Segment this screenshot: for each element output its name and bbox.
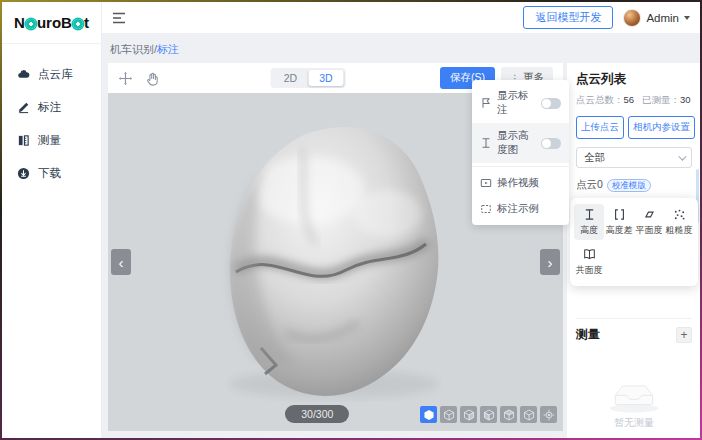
viewcube-front-button[interactable] xyxy=(440,406,457,423)
viewcube-top-button[interactable] xyxy=(500,406,517,423)
image-counter: 30/300 xyxy=(285,405,349,423)
hand-tool-icon[interactable] xyxy=(145,71,160,86)
pen-icon xyxy=(17,101,30,114)
flag-icon xyxy=(480,97,492,109)
view-2d-button[interactable]: 2D xyxy=(273,70,308,86)
filter-select[interactable]: 全部 xyxy=(576,147,692,168)
breadcrumb-parent[interactable]: 机车识别 xyxy=(110,43,154,55)
avatar xyxy=(623,9,641,27)
collapse-menu-icon[interactable] xyxy=(112,12,126,24)
cloud-icon xyxy=(17,68,30,81)
pan-tool-icon[interactable] xyxy=(118,71,133,86)
measure-title: 测量 xyxy=(576,326,600,343)
gear-icon xyxy=(73,19,83,29)
chevron-right-icon: › xyxy=(548,254,553,271)
ruler-icon xyxy=(17,134,30,147)
viewcube-bottom-button[interactable] xyxy=(520,406,537,423)
stat-measured: 已测量：30 xyxy=(642,94,691,107)
sidebar-item-annotate[interactable]: 标注 xyxy=(2,91,101,124)
stat-total: 点云总数：56 xyxy=(576,94,634,107)
sidebar-item-label: 下载 xyxy=(38,166,61,181)
tool-coplanarity[interactable]: 共面度 xyxy=(574,244,604,280)
view-orientation-buttons xyxy=(420,406,557,423)
prev-image-button[interactable]: ‹ xyxy=(111,249,131,275)
measure-tools-popup: 高度 高度差 平面度 粗糙度 共面度 xyxy=(570,198,698,286)
flatness-tool-icon xyxy=(643,208,656,221)
back-to-model-dev-button[interactable]: 返回模型开发 xyxy=(523,6,613,29)
sidebar-item-download[interactable]: 下载 xyxy=(2,157,101,190)
sidebar-nav: 点云库 标注 测量 下载 xyxy=(2,44,101,190)
app-logo: NuroBt xyxy=(2,2,101,44)
chevron-left-icon: ‹ xyxy=(119,254,124,271)
sidebar-item-measure[interactable]: 测量 xyxy=(2,124,101,157)
top-header: 返回模型开发 Admin xyxy=(102,2,700,34)
viewcube-left-button[interactable] xyxy=(480,406,497,423)
menu-item-show-annotation[interactable]: 显示标注 xyxy=(472,83,569,123)
tool-roughness[interactable]: 粗糙度 xyxy=(664,204,694,240)
height-diff-tool-icon xyxy=(613,208,626,221)
sidebar: NuroBt 点云库 标注 测量 下载 xyxy=(2,2,102,438)
panel-buttons: 上传点云 相机内参设置 xyxy=(576,116,692,139)
tooth-3d-mesh xyxy=(206,122,456,402)
header-right-group: 返回模型开发 Admin xyxy=(523,6,690,29)
breadcrumb-current: 标注 xyxy=(157,43,179,55)
add-measure-button[interactable]: + xyxy=(676,327,692,343)
filter-value: 全部 xyxy=(584,151,605,165)
menu-item-label: 显示高度图 xyxy=(497,129,536,157)
gear-icon xyxy=(26,19,36,29)
height-icon xyxy=(480,137,492,149)
tool-height-difference[interactable]: 高度差 xyxy=(604,204,634,240)
roughness-tool-icon xyxy=(673,208,686,221)
tool-label: 粗糙度 xyxy=(666,224,693,237)
menu-item-label: 显示标注 xyxy=(497,89,536,117)
tool-label: 高度差 xyxy=(606,224,633,237)
tool-label: 高度 xyxy=(580,224,598,237)
tool-flatness[interactable]: 平面度 xyxy=(634,204,664,240)
tool-height[interactable]: 高度 xyxy=(574,204,604,240)
empty-tray-icon xyxy=(605,372,663,414)
sidebar-item-label: 标注 xyxy=(38,100,61,115)
measure-section-header: 测量 + xyxy=(576,318,692,343)
tool-label: 共面度 xyxy=(576,264,603,277)
logo-text: N xyxy=(14,14,25,31)
menu-item-annotation-example[interactable]: 标注示例 xyxy=(472,196,569,222)
download-icon xyxy=(17,167,30,180)
logo-text: uroB xyxy=(37,14,72,31)
panel-title: 点云列表 xyxy=(576,71,692,88)
menu-item-label: 操作视频 xyxy=(497,176,539,190)
show-heightmap-toggle[interactable] xyxy=(541,138,561,149)
camera-params-button[interactable]: 相机内参设置 xyxy=(628,116,695,139)
menu-item-tutorial-video[interactable]: 操作视频 xyxy=(472,170,569,196)
panel-stats: 点云总数：56 已测量：30 xyxy=(576,94,692,107)
view-3d-button[interactable]: 3D xyxy=(308,70,343,86)
empty-text: 暂无测量 xyxy=(614,416,654,430)
more-dropdown-menu: 显示标注 显示高度图 操作视频 标注示例 xyxy=(472,80,569,225)
upload-pointcloud-button[interactable]: 上传点云 xyxy=(576,116,624,139)
template-badge: 校准模版 xyxy=(607,179,651,192)
height-tool-icon xyxy=(583,208,596,221)
breadcrumb: 机车识别/标注 xyxy=(102,34,700,63)
next-image-button[interactable]: › xyxy=(540,249,560,275)
sidebar-item-label: 测量 xyxy=(38,133,61,148)
group-name: 点云0 xyxy=(576,178,603,192)
show-annotation-toggle[interactable] xyxy=(541,98,561,109)
video-icon xyxy=(480,177,492,189)
menu-item-label: 标注示例 xyxy=(497,202,539,216)
menu-item-show-heightmap[interactable]: 显示高度图 xyxy=(472,123,569,163)
tool-label: 平面度 xyxy=(636,224,663,237)
empty-state: 暂无测量 xyxy=(576,372,692,438)
view-mode-segmented: 2D 3D xyxy=(271,68,346,88)
sidebar-item-pointcloud-library[interactable]: 点云库 xyxy=(2,58,101,91)
caret-down-icon xyxy=(684,16,690,20)
username: Admin xyxy=(646,12,679,24)
account-menu[interactable]: Admin xyxy=(623,9,690,27)
menu-divider xyxy=(472,166,569,167)
viewcube-iso-button[interactable] xyxy=(420,406,437,423)
app-window: NuroBt 点云库 标注 测量 下载 返回模 xyxy=(0,0,702,440)
locate-center-button[interactable] xyxy=(540,406,557,423)
coplanarity-tool-icon xyxy=(583,248,596,261)
sidebar-item-label: 点云库 xyxy=(38,67,73,82)
pointcloud-group[interactable]: 点云0 校准模版 xyxy=(576,178,692,192)
viewcube-back-button[interactable] xyxy=(460,406,477,423)
logo-text: t xyxy=(84,14,89,31)
